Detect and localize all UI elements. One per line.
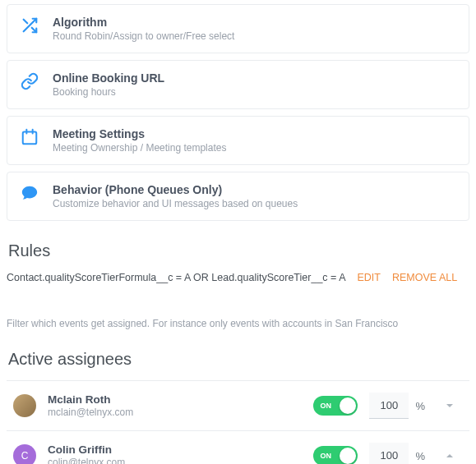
assignee-toggle[interactable]: ON <box>313 396 358 416</box>
assignee-toggle[interactable]: ON <box>313 446 358 464</box>
toggle-knob <box>340 397 356 414</box>
card-meeting-settings[interactable]: Meeting Settings Meeting Ownership / Mee… <box>7 116 469 165</box>
assignees-heading: Active assignees <box>8 350 468 369</box>
card-title: Behavior (Phone Queues Only) <box>53 183 456 196</box>
link-icon <box>20 71 39 91</box>
toggle-knob <box>340 448 356 464</box>
card-body: Meeting Settings Meeting Ownership / Mee… <box>53 127 456 154</box>
card-algorithm[interactable]: Algorithm Round Robin/Assign to owner/Fr… <box>7 4 469 53</box>
percent-wrap: % <box>369 443 425 464</box>
percent-wrap: % <box>369 393 425 419</box>
percent-input[interactable] <box>369 393 409 419</box>
assignee-name: Colin Griffin <box>48 443 302 456</box>
card-behavior[interactable]: Behavior (Phone Queues Only) Customize b… <box>7 172 469 221</box>
assignee-row: Mclain Roth mclain@telnyx.com ON % <box>7 380 469 430</box>
edit-rule-link[interactable]: EDIT <box>357 272 380 283</box>
card-title: Algorithm <box>53 16 456 29</box>
rule-expression: Contact.qualityScoreTierFormula__c = A O… <box>7 272 345 283</box>
card-body: Algorithm Round Robin/Assign to owner/Fr… <box>53 16 456 42</box>
card-subtitle: Customize behavior and UI messages based… <box>53 198 456 209</box>
assignee-email: colin@telnyx.com <box>48 457 302 464</box>
toggle-on-label: ON <box>320 402 331 410</box>
assignee-name: Mclain Roth <box>48 393 302 406</box>
card-online-booking[interactable]: Online Booking URL Booking hours <box>7 60 469 109</box>
card-body: Online Booking URL Booking hours <box>53 71 456 98</box>
card-title: Online Booking URL <box>53 71 456 85</box>
percent-sign: % <box>415 450 425 462</box>
rules-help-text: Filter which events get assigned. For in… <box>7 318 469 329</box>
chevron-up-icon[interactable] <box>437 451 463 461</box>
card-title: Meeting Settings <box>53 127 456 140</box>
svg-rect-0 <box>23 132 37 145</box>
assignee-info: Mclain Roth mclain@telnyx.com <box>48 393 302 418</box>
card-subtitle: Round Robin/Assign to owner/Free select <box>53 30 456 42</box>
shuffle-icon <box>20 16 39 35</box>
avatar: C <box>13 444 36 464</box>
percent-input[interactable] <box>369 443 409 464</box>
comment-icon <box>20 183 39 203</box>
card-subtitle: Meeting Ownership / Meeting templates <box>53 142 456 154</box>
assignee-list: Mclain Roth mclain@telnyx.com ON % C Col… <box>7 380 469 464</box>
card-body: Behavior (Phone Queues Only) Customize b… <box>53 183 456 209</box>
rules-heading: Rules <box>8 241 468 260</box>
avatar <box>13 394 36 417</box>
percent-sign: % <box>415 400 425 412</box>
chevron-down-icon[interactable] <box>437 401 463 411</box>
toggle-on-label: ON <box>320 452 331 460</box>
rule-row: Contact.qualityScoreTierFormula__c = A O… <box>7 272 469 283</box>
assignee-email: mclain@telnyx.com <box>48 407 302 418</box>
card-subtitle: Booking hours <box>53 86 456 98</box>
assignee-info: Colin Griffin colin@telnyx.com <box>48 443 302 464</box>
remove-all-link[interactable]: REMOVE ALL <box>392 272 457 283</box>
assignee-row: C Colin Griffin colin@telnyx.com ON % <box>7 430 469 464</box>
calendar-icon <box>20 127 39 147</box>
